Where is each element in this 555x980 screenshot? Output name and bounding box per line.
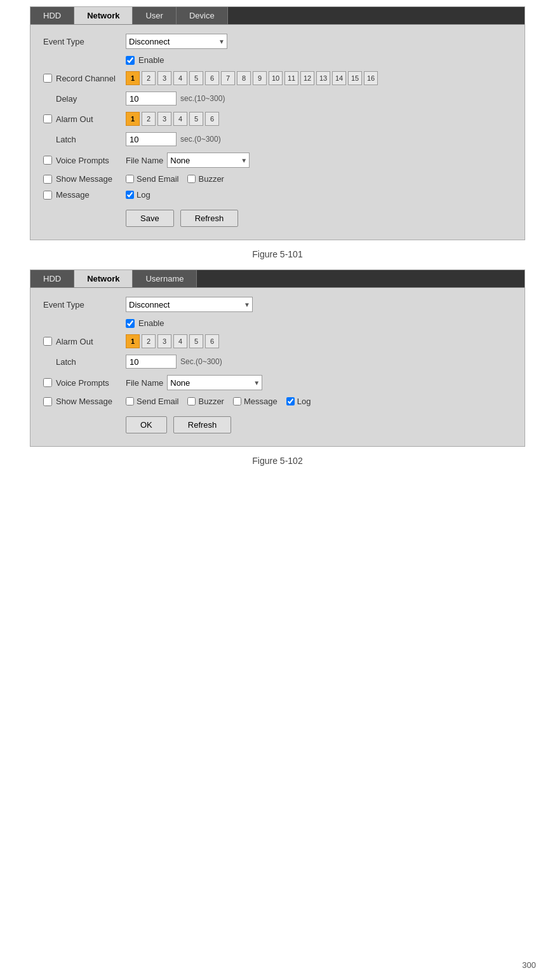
alarm-ch-box-1-6[interactable]: 6 (205, 112, 219, 126)
event-type-label-2: Event Type (43, 300, 126, 310)
buzzer-checkbox-2[interactable] (187, 397, 196, 405)
channel-box-15[interactable]: 15 (348, 71, 362, 85)
latch-label-2: Latch (43, 357, 126, 367)
record-channel-checkbox-wrap-1: Record Channel (43, 74, 126, 83)
channel-box-6[interactable]: 6 (205, 71, 219, 85)
voice-prompts-checkbox-2[interactable] (43, 378, 52, 387)
latch-row-2: Latch Sec.(0~300) (43, 355, 512, 369)
event-type-dropdown-wrap-2: Disconnect ▼ (126, 297, 253, 312)
tab-network-2[interactable]: Network (74, 270, 133, 287)
show-message-wrap-2: Show Message (43, 397, 126, 406)
figure1-tabbar: HDD Network User Device (30, 7, 525, 25)
alarm-ch-box-2-6[interactable]: 6 (205, 334, 219, 348)
record-channel-checkbox-1[interactable] (43, 74, 52, 83)
message-checkbox-1[interactable] (43, 191, 52, 200)
channel-box-3[interactable]: 3 (157, 71, 171, 85)
channel-box-8[interactable]: 8 (237, 71, 251, 85)
channel-box-12[interactable]: 12 (300, 71, 314, 85)
tab-username-2[interactable]: Username (133, 270, 197, 287)
show-message-label-1: Show Message (56, 174, 112, 184)
alarm-ch-box-1-3[interactable]: 3 (157, 112, 171, 126)
msg-email-buzzer-row-1: Show Message Send Email Buzzer (43, 174, 512, 184)
channel-box-5[interactable]: 5 (189, 71, 203, 85)
alarm-out-checkbox-1[interactable] (43, 114, 52, 123)
enable-checkbox-1[interactable] (126, 56, 135, 65)
alarm-ch-box-2-3[interactable]: 3 (157, 334, 171, 348)
channel-box-11[interactable]: 11 (284, 71, 298, 85)
latch-input-2[interactable] (126, 355, 177, 369)
event-type-select-1[interactable]: Disconnect (126, 34, 227, 49)
alarm-out-checkbox-wrap-2: Alarm Out (43, 337, 126, 346)
event-type-row-2: Event Type Disconnect ▼ (43, 297, 512, 312)
page-number: 300 (522, 960, 536, 970)
inline-checks-row-1: Send Email Buzzer (126, 174, 224, 184)
figure2-panel: HDD Network Username Event Type Disconne… (30, 269, 525, 447)
figure2-caption: Figure 5-102 (252, 456, 302, 466)
figure1-panel: HDD Network User Device Event Type Disco… (30, 6, 525, 240)
tab-user-1[interactable]: User (133, 7, 176, 24)
tab-hdd-1[interactable]: HDD (30, 7, 74, 24)
send-email-checkbox-1[interactable] (126, 175, 134, 183)
alarm-ch-box-2-2[interactable]: 2 (142, 334, 156, 348)
tab-network-1[interactable]: Network (74, 7, 133, 24)
file-name-select-1[interactable]: None (167, 153, 250, 168)
latch-input-1[interactable] (126, 132, 177, 146)
voice-prompts-checkbox-1[interactable] (43, 156, 52, 165)
log-item-2: Log (286, 397, 311, 406)
alarm-out-checkbox-2[interactable] (43, 337, 52, 346)
channel-box-14[interactable]: 14 (332, 71, 346, 85)
refresh-button-1[interactable]: Refresh (180, 210, 239, 227)
log-item-1: Log (126, 190, 150, 200)
message-label-2: Message (244, 397, 278, 406)
latch-row-1: Latch sec.(0~300) (43, 132, 512, 146)
show-message-checkbox-2[interactable] (43, 397, 52, 406)
alarm-ch-box-1-5[interactable]: 5 (189, 112, 203, 126)
alarm-ch-box-1-1[interactable]: 1 (126, 112, 140, 126)
channel-box-13[interactable]: 13 (316, 71, 330, 85)
figure1-form: Event Type Disconnect ▼ Enable (30, 25, 525, 240)
message-wrap-1: Message (43, 190, 126, 200)
log-checkbox-2[interactable] (286, 397, 295, 405)
save-button-1[interactable]: Save (126, 210, 174, 227)
channel-box-16[interactable]: 16 (364, 71, 378, 85)
log-label-1: Log (137, 190, 150, 200)
delay-label-1: Delay (43, 94, 126, 104)
delay-unit-1: sec.(10~300) (180, 94, 225, 103)
channel-box-9[interactable]: 9 (253, 71, 267, 85)
figure2-tabbar: HDD Network Username (30, 270, 525, 288)
channel-box-4[interactable]: 4 (173, 71, 187, 85)
voice-prompts-wrap-2: Voice Prompts (43, 378, 126, 388)
channel-box-2[interactable]: 2 (142, 71, 156, 85)
send-email-checkbox-2[interactable] (126, 397, 134, 405)
send-email-label-1: Send Email (137, 174, 178, 184)
alarm-ch-box-2-4[interactable]: 4 (173, 334, 187, 348)
alarm-ch-box-2-5[interactable]: 5 (189, 334, 203, 348)
event-type-select-2[interactable]: Disconnect (126, 297, 253, 312)
alarm-ch-box-1-2[interactable]: 2 (142, 112, 156, 126)
alarm-ch-box-2-1[interactable]: 1 (126, 334, 140, 348)
alarm-ch-box-1-4[interactable]: 4 (173, 112, 187, 126)
voice-prompts-wrap-1: Voice Prompts (43, 156, 126, 165)
delay-input-1[interactable] (126, 92, 177, 105)
log-checkbox-1[interactable] (126, 191, 134, 199)
refresh-button-2[interactable]: Refresh (173, 416, 232, 433)
message-checkbox-2[interactable] (233, 397, 241, 405)
tab-hdd-2[interactable]: HDD (30, 270, 74, 287)
channel-box-10[interactable]: 10 (269, 71, 283, 85)
tab-device-1[interactable]: Device (177, 7, 228, 24)
enable-label-1: Enable (138, 55, 164, 65)
inline-checks-row-2: Send Email Buzzer Message Log (126, 397, 311, 406)
channel-box-7[interactable]: 7 (221, 71, 235, 85)
enable-checkbox-2[interactable] (126, 319, 135, 328)
show-message-wrap-1: Show Message (43, 174, 126, 184)
enable-label-2: Enable (138, 318, 164, 328)
ok-button-2[interactable]: OK (126, 416, 167, 433)
channel-box-1[interactable]: 1 (126, 71, 140, 85)
alarm-out-label-2: Alarm Out (56, 337, 93, 346)
show-message-checkbox-1[interactable] (43, 175, 52, 184)
file-name-select-2[interactable]: None (167, 375, 262, 390)
alarm-out-label-1: Alarm Out (56, 114, 93, 124)
latch-unit-2: Sec.(0~300) (180, 357, 222, 366)
buzzer-item-1: Buzzer (187, 174, 224, 184)
buzzer-checkbox-1[interactable] (187, 175, 196, 183)
